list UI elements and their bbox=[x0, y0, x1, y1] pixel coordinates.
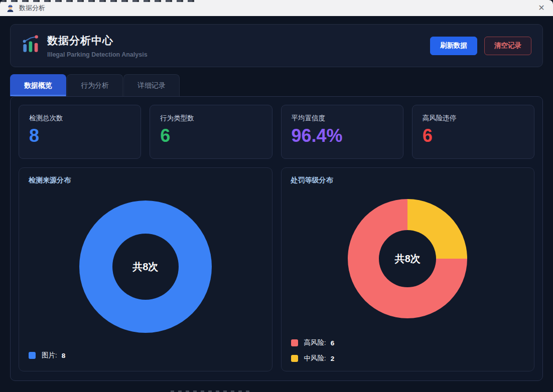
stat-card-total-detections: 检测总次数 8 bbox=[19, 105, 141, 159]
stat-card-behavior-types: 行为类型数 6 bbox=[150, 105, 272, 159]
tab-data-overview[interactable]: 数据概览 bbox=[10, 74, 66, 96]
app-window: 数据分析 ✕ 数据分析中心 Illegal Parking Detection … bbox=[0, 0, 553, 392]
legend-swatch bbox=[291, 339, 298, 346]
chart-title: 检测来源分布 bbox=[29, 176, 71, 185]
chart-legend: 图片: 8 bbox=[29, 351, 65, 360]
tab-detail-records[interactable]: 详细记录 bbox=[123, 74, 180, 96]
donut-center-label: 共8次 bbox=[132, 260, 158, 274]
donut-center-label: 共8次 bbox=[395, 252, 421, 266]
donut-chart-penalty-level[interactable]: 共8次 bbox=[348, 199, 467, 318]
legend-swatch bbox=[291, 355, 298, 362]
charts-row: 检测来源分布 共8次 图片: 8 处罚等级分布 bbox=[19, 167, 534, 371]
police-officer-icon bbox=[6, 4, 15, 13]
overview-panel: 检测总次数 8 行为类型数 6 平均置信度 96.4% 高风险违停 6 检测来源… bbox=[10, 96, 543, 381]
page-subtitle: Illegal Parking Detection Analysis bbox=[47, 51, 148, 58]
clear-records-button[interactable]: 清空记录 bbox=[484, 37, 531, 55]
stat-label: 行为类型数 bbox=[160, 114, 261, 123]
stat-value: 6 bbox=[423, 126, 524, 146]
close-icon[interactable]: ✕ bbox=[535, 2, 548, 14]
stat-label: 平均置信度 bbox=[292, 114, 393, 123]
legend-item-high-risk: 高风险: 6 bbox=[291, 338, 335, 347]
donut-hole: 共8次 bbox=[112, 234, 179, 300]
stat-value: 96.4% bbox=[292, 126, 393, 146]
chart-legend: 高风险: 6 中风险: 2 bbox=[291, 338, 335, 363]
window-title: 数据分析 bbox=[19, 4, 45, 13]
tab-behavior-analysis[interactable]: 行为分析 bbox=[67, 74, 123, 96]
stat-card-high-risk: 高风险违停 6 bbox=[412, 105, 534, 159]
chart-detection-source: 检测来源分布 共8次 图片: 8 bbox=[19, 167, 272, 371]
stat-card-avg-confidence: 平均置信度 96.4% bbox=[281, 105, 403, 159]
legend-item-medium-risk: 中风险: 2 bbox=[291, 354, 335, 363]
clipped-background-window bbox=[0, 0, 196, 2]
chart-title: 处罚等级分布 bbox=[291, 176, 333, 185]
bar-chart-icon bbox=[22, 35, 41, 54]
window-titlebar[interactable]: 数据分析 ✕ bbox=[0, 0, 553, 16]
stat-value: 8 bbox=[29, 126, 130, 146]
donut-hole: 共8次 bbox=[379, 230, 436, 287]
legend-swatch bbox=[29, 352, 36, 359]
dashboard-header: 数据分析中心 Illegal Parking Detection Analysi… bbox=[10, 24, 543, 67]
legend-item-image: 图片: 8 bbox=[29, 351, 65, 360]
tab-bar: 数据概览 行为分析 详细记录 bbox=[10, 74, 180, 96]
refresh-data-button[interactable]: 刷新数据 bbox=[430, 37, 477, 55]
stat-value: 6 bbox=[160, 126, 261, 146]
donut-chart-detection-source[interactable]: 共8次 bbox=[79, 201, 212, 333]
page-title: 数据分析中心 bbox=[47, 34, 148, 48]
stat-label: 检测总次数 bbox=[29, 114, 130, 123]
stat-label: 高风险违停 bbox=[423, 114, 524, 123]
chart-penalty-level: 处罚等级分布 共8次 高风险: 6 中风险: 2 bbox=[281, 167, 535, 371]
stats-row: 检测总次数 8 行为类型数 6 平均置信度 96.4% 高风险违停 6 bbox=[19, 105, 534, 159]
